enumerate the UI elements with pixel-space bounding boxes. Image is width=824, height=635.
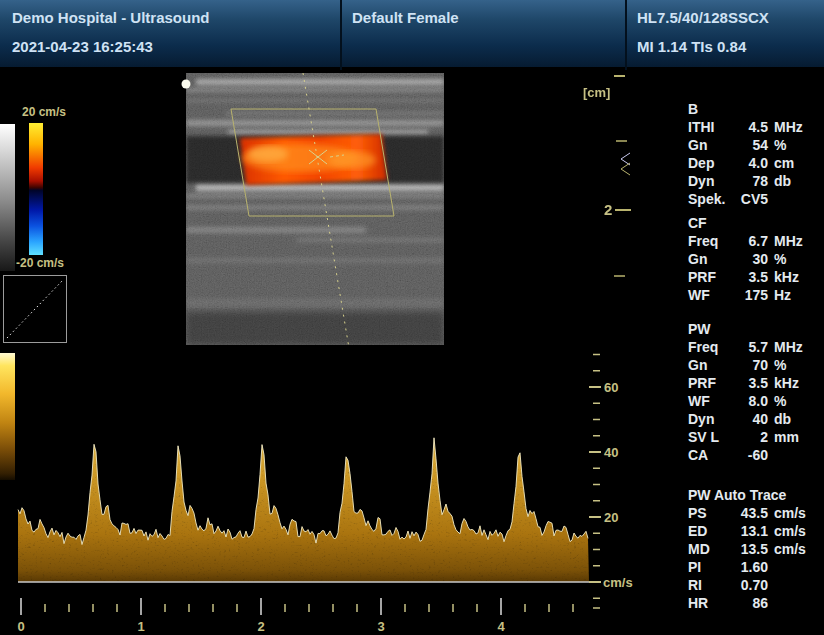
parameter-row: Spek.CV5 bbox=[688, 190, 820, 208]
parameter-unit: % bbox=[774, 136, 786, 154]
parameter-value: 54 bbox=[734, 136, 768, 154]
parameter-value: 5.7 bbox=[734, 338, 768, 356]
parameter-label: MD bbox=[688, 540, 734, 558]
spectral-waveform-fill bbox=[18, 420, 590, 583]
parameter-row: Gn70% bbox=[688, 356, 820, 374]
b-mode-image[interactable] bbox=[182, 73, 445, 348]
parameter-row: HR86 bbox=[688, 594, 820, 612]
parameter-unit: mm bbox=[774, 428, 799, 446]
panel-section-title: B bbox=[688, 100, 820, 118]
pw-spectral-display[interactable] bbox=[18, 420, 590, 583]
parameter-label: Gn bbox=[688, 356, 734, 374]
velocity-tick-label: 20 bbox=[604, 510, 618, 525]
parameter-label: HR bbox=[688, 594, 734, 612]
parameter-label: RI bbox=[688, 576, 734, 594]
parameter-value: 70 bbox=[734, 356, 768, 374]
parameter-value: 4.5 bbox=[734, 118, 768, 136]
parameter-label: Dyn bbox=[688, 410, 734, 428]
panel-section: BITHI4.5MHzGn54%Dep4.0cmDyn78dbSpek.CV5 bbox=[688, 100, 820, 208]
parameter-label: Gn bbox=[688, 250, 734, 268]
parameter-value: 13.5 bbox=[734, 540, 768, 558]
parameter-label: CA bbox=[688, 446, 734, 464]
parameter-row: WF8.0% bbox=[688, 392, 820, 410]
parameter-row: SV L2mm bbox=[688, 428, 820, 446]
panel-section: PWFreq5.7MHzGn70%PRF3.5kHzWF8.0%Dyn40dbS… bbox=[688, 320, 820, 464]
parameter-value: 4.0 bbox=[734, 154, 768, 172]
parameter-value: 3.5 bbox=[734, 374, 768, 392]
parameter-value: 175 bbox=[734, 286, 768, 304]
parameter-row: MD13.5cm/s bbox=[688, 540, 820, 558]
parameter-row: Freq6.7MHz bbox=[688, 232, 820, 250]
parameter-label: WF bbox=[688, 286, 734, 304]
parameter-value: 13.1 bbox=[734, 522, 768, 540]
parameter-row: Dyn40db bbox=[688, 410, 820, 428]
velocity-tick-label: 40 bbox=[604, 445, 618, 460]
parameter-value: -60 bbox=[734, 446, 768, 464]
parameter-value: 2 bbox=[734, 428, 768, 446]
parameter-value: 0.70 bbox=[734, 576, 768, 594]
parameter-label: Freq bbox=[688, 232, 734, 250]
parameter-label: SV L bbox=[688, 428, 734, 446]
panel-section-title: PW Auto Trace bbox=[688, 486, 820, 504]
parameter-label: Spek. bbox=[688, 190, 734, 208]
parameter-label: WF bbox=[688, 392, 734, 410]
parameter-unit: MHz bbox=[774, 338, 803, 356]
color-flow-region bbox=[240, 134, 387, 185]
panel-section: CFFreq6.7MHzGn30%PRF3.5kHzWF175Hz bbox=[688, 214, 820, 304]
time-tick-label: 4 bbox=[497, 619, 505, 634]
time-tick-label: 2 bbox=[257, 619, 264, 634]
parameter-unit: db bbox=[774, 172, 791, 190]
parameter-row: PI1.60 bbox=[688, 558, 820, 576]
time-tick-label: 1 bbox=[137, 619, 144, 634]
deep-shadow bbox=[186, 312, 444, 345]
parameter-unit: kHz bbox=[774, 268, 799, 286]
parameter-row: Gn54% bbox=[688, 136, 820, 154]
parameter-value: 40 bbox=[734, 410, 768, 428]
parameter-unit: kHz bbox=[774, 374, 799, 392]
parameter-value: 3.5 bbox=[734, 268, 768, 286]
parameter-row: WF175Hz bbox=[688, 286, 820, 304]
time-axis: 01234 bbox=[17, 598, 573, 634]
parameter-unit: cm/s bbox=[774, 522, 806, 540]
velocity-axis: 604020cm/s bbox=[589, 355, 633, 609]
parameter-value: CV5 bbox=[734, 190, 768, 208]
parameter-value: 8.0 bbox=[734, 392, 768, 410]
parameter-label: PS bbox=[688, 504, 734, 522]
parameter-unit: % bbox=[774, 392, 786, 410]
parameter-label: PRF bbox=[688, 268, 734, 286]
parameter-unit: db bbox=[774, 410, 791, 428]
parameter-row: Dyn78db bbox=[688, 172, 820, 190]
parameter-unit: cm/s bbox=[774, 540, 806, 558]
parameter-row: PS43.5cm/s bbox=[688, 504, 820, 522]
velocity-tick-label: 60 bbox=[604, 380, 618, 395]
parameter-row: PRF3.5kHz bbox=[688, 268, 820, 286]
ultrasound-screen: Demo Hospital - Ultrasound 2021-04-23 16… bbox=[0, 0, 824, 635]
parameter-unit: cm bbox=[774, 154, 794, 172]
parameter-label: Dep bbox=[688, 154, 734, 172]
parameter-row: Freq5.7MHz bbox=[688, 338, 820, 356]
parameter-label: PI bbox=[688, 558, 734, 576]
time-tick-label: 3 bbox=[377, 619, 384, 634]
parameter-row: PRF3.5kHz bbox=[688, 374, 820, 392]
velocity-unit-label: cm/s bbox=[603, 575, 633, 590]
parameter-label: ITHI bbox=[688, 118, 734, 136]
parameter-value: 86 bbox=[734, 594, 768, 612]
parameter-row: ITHI4.5MHz bbox=[688, 118, 820, 136]
parameter-unit: Hz bbox=[774, 286, 791, 304]
parameter-label: Gn bbox=[688, 136, 734, 154]
parameter-value: 6.7 bbox=[734, 232, 768, 250]
parameter-unit: % bbox=[774, 250, 786, 268]
parameter-value: 1.60 bbox=[734, 558, 768, 576]
parameter-unit: MHz bbox=[774, 118, 803, 136]
parameter-panel: BITHI4.5MHzGn54%Dep4.0cmDyn78dbSpek.CV5C… bbox=[688, 100, 820, 612]
parameter-row: RI0.70 bbox=[688, 576, 820, 594]
parameter-label: ED bbox=[688, 522, 734, 540]
depth-ruler: [cm] 2 bbox=[583, 76, 631, 276]
depth-label-2cm: 2 bbox=[604, 201, 612, 218]
parameter-row: ED13.1cm/s bbox=[688, 522, 820, 540]
focus-marker-icon[interactable] bbox=[621, 153, 630, 165]
parameter-label: Dyn bbox=[688, 172, 734, 190]
parameter-unit: % bbox=[774, 356, 786, 374]
parameter-value: 43.5 bbox=[734, 504, 768, 522]
parameter-unit: cm/s bbox=[774, 504, 806, 522]
